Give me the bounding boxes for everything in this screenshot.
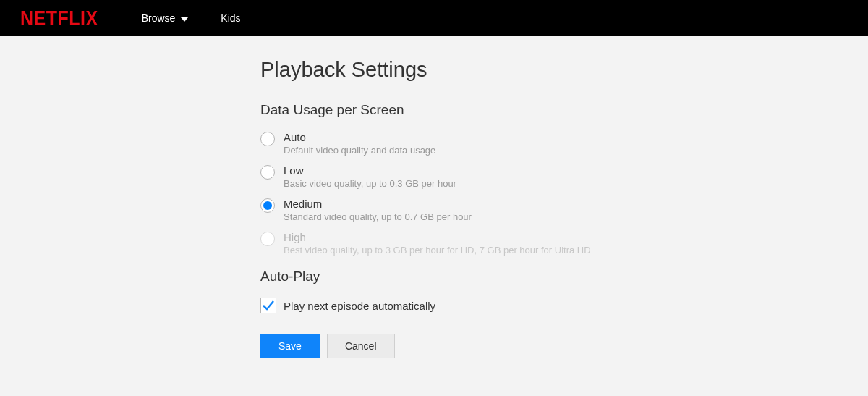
autoplay-checkbox-row[interactable]: Play next episode automatically	[260, 298, 868, 313]
option-desc: Best video quality, up to 3 GB per hour …	[284, 245, 591, 256]
option-desc: Basic video quality, up to 0.3 GB per ho…	[284, 178, 456, 189]
radio-icon[interactable]	[260, 198, 275, 213]
option-label: Low	[284, 164, 456, 177]
nav-kids[interactable]: Kids	[221, 12, 240, 24]
option-text: Auto Default video quality and data usag…	[284, 131, 435, 156]
option-label: High	[284, 231, 591, 243]
nav-browse-label: Browse	[142, 12, 176, 24]
radio-icon[interactable]	[260, 132, 275, 146]
option-text: Medium Standard video quality, up to 0.7…	[284, 198, 472, 222]
option-desc: Standard video quality, up to 0.7 GB per…	[284, 211, 472, 222]
option-desc: Default video quality and data usage	[284, 145, 435, 156]
checkbox-icon[interactable]	[260, 298, 276, 313]
main-content: Playback Settings Data Usage per Screen …	[0, 36, 868, 358]
radio-icon	[260, 232, 275, 246]
netflix-logo[interactable]: NETFLIX	[20, 6, 98, 30]
option-high: High Best video quality, up to 3 GB per …	[260, 231, 868, 256]
option-medium[interactable]: Medium Standard video quality, up to 0.7…	[260, 198, 868, 222]
option-text: High Best video quality, up to 3 GB per …	[284, 231, 591, 256]
action-buttons: Save Cancel	[260, 334, 868, 358]
caret-down-icon	[181, 12, 188, 24]
section-title-auto-play: Auto-Play	[260, 269, 868, 285]
autoplay-label: Play next episode automatically	[284, 300, 435, 312]
section-title-data-usage: Data Usage per Screen	[260, 102, 868, 118]
option-text: Low Basic video quality, up to 0.3 GB pe…	[284, 164, 456, 189]
option-label: Medium	[284, 198, 472, 210]
nav-browse[interactable]: Browse	[142, 12, 189, 24]
option-auto[interactable]: Auto Default video quality and data usag…	[260, 131, 868, 156]
save-button[interactable]: Save	[260, 334, 320, 358]
page-title: Playback Settings	[260, 58, 868, 82]
radio-icon[interactable]	[260, 165, 275, 180]
option-low[interactable]: Low Basic video quality, up to 0.3 GB pe…	[260, 164, 868, 189]
top-bar: NETFLIX Browse Kids	[0, 0, 868, 36]
cancel-button[interactable]: Cancel	[327, 334, 395, 358]
option-label: Auto	[284, 131, 435, 143]
